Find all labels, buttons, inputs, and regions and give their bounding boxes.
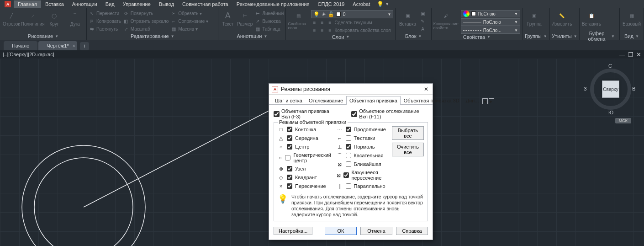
insert-block-button[interactable]: ▣Вставка <box>397 10 417 27</box>
panel-groups-title[interactable]: Группы▼ <box>524 32 548 40</box>
osnap-left-0[interactable]: □Конточка <box>278 126 333 133</box>
menu-spds[interactable]: СПДС 2019 <box>314 0 349 8</box>
menu-collab[interactable]: Совместная работа <box>178 0 232 8</box>
match-props-button[interactable]: 🖌Копирование свойств <box>433 10 459 30</box>
osnap-checkbox[interactable] <box>287 127 292 132</box>
group-button[interactable]: ▣Группа <box>524 10 544 27</box>
restore-icon[interactable]: ❐ <box>628 51 633 58</box>
compass-n[interactable]: С <box>608 63 612 69</box>
osnap-right-0[interactable]: ⋯Продолжение <box>337 126 388 133</box>
osnap-checkbox[interactable] <box>346 153 351 158</box>
osnap-checkbox[interactable] <box>346 144 351 150</box>
minimize-icon[interactable]: — <box>619 51 625 58</box>
compass-s[interactable]: Ю <box>608 110 613 115</box>
menu-view[interactable]: Вид <box>101 0 119 8</box>
osnap-checkbox[interactable] <box>287 183 292 189</box>
rotate-button[interactable]: ⟳Повернуть <box>123 10 169 17</box>
block-attr-button[interactable]: A <box>419 26 426 32</box>
tab-3d-object-snap[interactable]: Объектная привязка 3D <box>401 96 463 105</box>
layer-combo[interactable]: 💡 ☀ 🔓 0 ▼ <box>311 10 393 18</box>
osnap-right-6[interactable]: ∥Параллельно <box>337 183 388 189</box>
circle-button[interactable]: ◯Круг <box>45 10 64 27</box>
text-button[interactable]: AТекст <box>220 10 235 27</box>
trim-button[interactable]: ✂Обрезать▾ <box>170 10 208 17</box>
osnap-right-4[interactable]: ⊠Ближайшая <box>337 161 388 167</box>
panel-layers-title[interactable]: Слои▼ <box>288 34 393 40</box>
help-button[interactable]: Справка <box>396 227 428 235</box>
lineweight-combo[interactable]: ПоСлою ▼ <box>461 18 520 26</box>
options-button[interactable]: Настройка... <box>274 227 312 235</box>
osnap-left-5[interactable]: ◇Квадрант <box>278 174 333 181</box>
cancel-button[interactable]: Отмена <box>360 227 392 235</box>
block-create-button[interactable]: ▣ <box>419 10 426 17</box>
move-button[interactable]: ⤡Перенести <box>89 10 121 17</box>
panel-block-title[interactable]: Блок▼ <box>397 32 429 40</box>
osnap-on-checkbox[interactable]: Объектная привязка Вкл (F3) <box>274 108 338 119</box>
menu-acrobat[interactable]: Acrobat <box>348 0 374 8</box>
osnap-right-1[interactable]: ⌐Тǝставки <box>337 135 388 141</box>
viewcube-top-face[interactable]: Сверху <box>602 80 619 98</box>
color-combo[interactable]: ПоСлою ▼ <box>461 10 520 17</box>
line-button[interactable]: ╱Отрезок <box>2 10 21 27</box>
tab-scroll-right[interactable]: ▸ <box>489 98 494 104</box>
dialog-close-button[interactable]: ✕ <box>422 86 430 92</box>
menu-home[interactable]: Главная <box>14 0 41 8</box>
osnap-left-1[interactable]: △Середина <box>278 135 333 141</box>
panel-modify-title[interactable]: Редактирование▼ <box>89 32 216 40</box>
osnap-checkbox[interactable] <box>343 172 349 178</box>
panel-clipboard-title[interactable]: Буфер обмена▼ <box>581 32 618 40</box>
paste-button[interactable]: 📋Вставить <box>581 10 602 27</box>
compass-e[interactable]: В <box>632 86 635 91</box>
osnap-right-5[interactable]: ⊠Кажущееся пересечение <box>337 170 388 181</box>
dialog-titlebar[interactable]: A Режимы рисования ✕ <box>269 84 433 95</box>
tab-dynamic-input[interactable]: Дин... <box>463 96 482 105</box>
osnap-left-3[interactable]: ○Геометрический центр <box>278 152 333 163</box>
ucs-badge[interactable]: МСК <box>615 118 631 123</box>
menu-manage[interactable]: Управление <box>119 0 155 8</box>
clear-all-button[interactable]: Очистить все <box>392 143 424 156</box>
tab-snap-grid[interactable]: Шаг и сетка <box>272 96 306 105</box>
osnap-checkbox[interactable] <box>346 183 351 189</box>
menu-insert[interactable]: Вставка <box>41 0 68 8</box>
osnap-checkbox[interactable] <box>287 135 292 141</box>
osnap-left-2[interactable]: ○Центр <box>278 144 333 150</box>
panel-annot-title[interactable]: Аннотации▼ <box>220 32 284 40</box>
fillet-button[interactable]: ⌐Сопряжение▾ <box>170 18 208 25</box>
menu-output[interactable]: Вывод <box>155 0 178 8</box>
osnap-left-6[interactable]: ×Пересечение <box>278 183 333 189</box>
make-current-button[interactable]: ≡≡≡Сделать текущим <box>311 19 393 26</box>
panel-view-title[interactable]: Вид▼ <box>622 32 642 40</box>
panel-util-title[interactable]: Утилиты▼ <box>552 32 577 40</box>
panel-props-title[interactable]: Свойства▼ <box>433 34 520 40</box>
panel-draw-title[interactable]: Рисование▼ <box>2 32 84 40</box>
viewcube[interactable]: Сверху С Ю З В <box>586 64 636 114</box>
array-button[interactable]: ▦Массив▾ <box>170 26 208 32</box>
arc-button[interactable]: ⌒Дуга <box>65 10 84 27</box>
scale-button[interactable]: ⤢Масштаб <box>123 26 169 32</box>
tab-polar-tracking[interactable]: Отслеживание <box>306 96 346 105</box>
osnap-checkbox[interactable] <box>287 175 292 180</box>
leader-button[interactable]: ↗Выноска <box>254 18 284 25</box>
select-all-button[interactable]: Выбрать все <box>392 126 424 140</box>
tab-scroll-left[interactable]: ◂ <box>482 98 488 104</box>
menu-annotate[interactable]: Аннотации <box>68 0 101 8</box>
close-icon[interactable]: ✕ <box>636 51 641 58</box>
tab-start[interactable]: Начало <box>4 41 37 50</box>
osnap-checkbox[interactable] <box>346 135 351 141</box>
menu-chevron-icon[interactable]: ▼ <box>385 2 389 6</box>
baseview-button[interactable]: ▦Базовый <box>622 10 642 27</box>
dimension-button[interactable]: ⊢Размер <box>237 10 253 27</box>
osnap-checkbox[interactable] <box>346 127 351 132</box>
otrack-on-checkbox[interactable]: Объектное отслеживание Вкл (F11) <box>351 108 428 119</box>
new-tab-button[interactable]: + <box>80 42 89 50</box>
osnap-right-2[interactable]: ⊥Нормаль <box>337 144 388 150</box>
stretch-button[interactable]: ⇆Растянуть <box>89 26 121 32</box>
copy-layer-props-button[interactable]: ≡≡≡Копировать свойства слоя <box>311 27 393 34</box>
measure-button[interactable]: 📏Измерить <box>552 10 572 27</box>
osnap-checkbox[interactable] <box>287 144 292 150</box>
tab-object-snap[interactable]: Объектная привязка <box>346 96 401 105</box>
copy-button[interactable]: ⎘Копировать <box>89 18 121 25</box>
layer-props-button[interactable]: ▤Свойства слоя <box>288 10 309 30</box>
osnap-checkbox[interactable] <box>287 166 292 171</box>
mirror-button[interactable]: ◧Отразить зеркало <box>123 18 169 25</box>
